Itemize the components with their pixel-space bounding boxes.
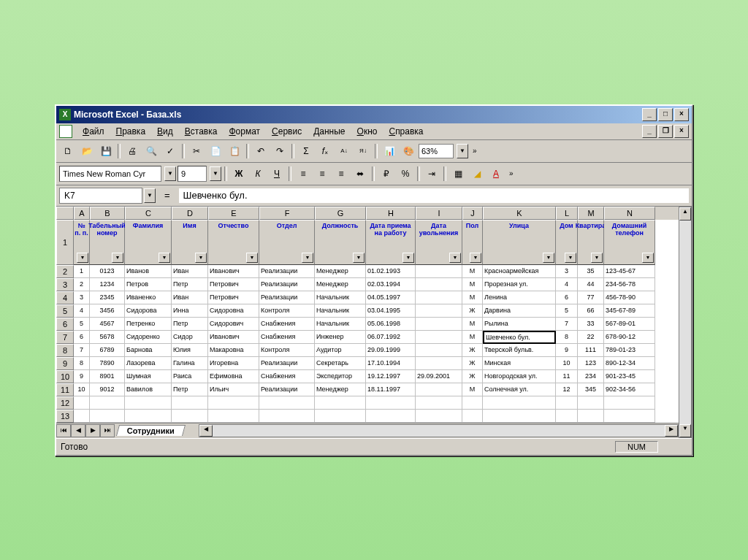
cell[interactable]: Дарвина bbox=[483, 304, 556, 318]
cell[interactable]: 11 bbox=[556, 370, 578, 383]
cell[interactable]: Барнова bbox=[125, 344, 172, 357]
cell[interactable] bbox=[90, 396, 125, 410]
cell[interactable] bbox=[74, 396, 90, 410]
cell[interactable]: 4 bbox=[74, 304, 90, 318]
sheet-tab-active[interactable]: Сотрудники bbox=[116, 425, 186, 436]
cell[interactable] bbox=[315, 410, 366, 423]
cell[interactable] bbox=[416, 410, 462, 423]
cell[interactable] bbox=[315, 396, 366, 410]
cell[interactable]: Петр bbox=[172, 278, 208, 291]
cell[interactable] bbox=[556, 396, 578, 410]
preview-button[interactable]: 🔍 bbox=[142, 142, 160, 160]
cell[interactable]: Реализации bbox=[259, 291, 315, 304]
cell[interactable]: Снабжения bbox=[259, 331, 315, 344]
cell[interactable]: 5 bbox=[74, 318, 90, 331]
vertical-scrollbar[interactable]: ▲ ▼ bbox=[679, 207, 692, 438]
cell[interactable]: 9 bbox=[74, 370, 90, 383]
cell[interactable]: Вавилов bbox=[125, 383, 172, 396]
drawing-button[interactable]: 🎨 bbox=[400, 142, 417, 160]
autosum-button[interactable]: Σ bbox=[297, 142, 315, 160]
cell[interactable]: 05.06.1998 bbox=[366, 318, 416, 331]
cell[interactable]: Ж bbox=[462, 344, 483, 357]
cell[interactable]: Начальник bbox=[315, 291, 366, 304]
cell[interactable]: 5678 bbox=[90, 331, 125, 344]
cell[interactable] bbox=[259, 410, 315, 423]
cell[interactable]: 04.05.1997 bbox=[366, 291, 416, 304]
cell[interactable]: Петр bbox=[172, 318, 208, 331]
field-header[interactable]: Пол▼ bbox=[462, 220, 483, 265]
row-header[interactable]: 10 bbox=[56, 370, 74, 383]
row-header[interactable]: 13 bbox=[56, 410, 74, 423]
cell[interactable]: Солнечная ул. bbox=[483, 383, 556, 396]
cell[interactable]: 6 bbox=[556, 291, 578, 304]
cell[interactable]: Прорезная ул. bbox=[483, 278, 556, 291]
cell[interactable]: Шумная bbox=[125, 370, 172, 383]
cell[interactable] bbox=[172, 410, 208, 423]
cell[interactable]: 44 bbox=[578, 278, 604, 291]
cell[interactable]: Сидор bbox=[172, 331, 208, 344]
mdi-minimize-button[interactable]: _ bbox=[642, 125, 657, 138]
row-header[interactable]: 9 bbox=[56, 357, 74, 370]
cell[interactable]: 6 bbox=[74, 331, 90, 344]
cell[interactable]: 902-34-56 bbox=[604, 383, 655, 396]
col-header-L[interactable]: L bbox=[556, 207, 578, 220]
field-header[interactable]: № п. п.▼ bbox=[74, 220, 90, 265]
cell[interactable]: Аудитор bbox=[315, 344, 366, 357]
cell[interactable]: Лазорева bbox=[125, 357, 172, 370]
scroll-up-icon[interactable]: ▲ bbox=[679, 207, 691, 220]
cell[interactable] bbox=[416, 278, 462, 291]
cell[interactable]: 12 bbox=[556, 383, 578, 396]
fill-color-button[interactable]: ◢ bbox=[468, 165, 486, 183]
cell[interactable]: 345-67-89 bbox=[604, 304, 655, 318]
cell[interactable]: 3 bbox=[556, 265, 578, 278]
cell[interactable]: 10 bbox=[74, 383, 90, 396]
cell[interactable]: Экспедитор bbox=[315, 370, 366, 383]
cell[interactable] bbox=[416, 383, 462, 396]
col-header-J[interactable]: J bbox=[462, 207, 483, 220]
cell[interactable]: 456-78-90 bbox=[604, 291, 655, 304]
save-button[interactable]: 💾 bbox=[97, 142, 115, 160]
col-header-B[interactable]: B bbox=[90, 207, 125, 220]
field-header[interactable]: Имя▼ bbox=[172, 220, 208, 265]
font-name-combo[interactable]: Times New Roman Cyr bbox=[59, 166, 161, 182]
cell[interactable]: Рылина bbox=[483, 318, 556, 331]
cell[interactable]: Инженер bbox=[315, 331, 366, 344]
cell[interactable]: Контроля bbox=[259, 304, 315, 318]
cell[interactable] bbox=[483, 410, 556, 423]
cell[interactable]: М bbox=[462, 383, 483, 396]
filter-arrow-icon[interactable]: ▼ bbox=[353, 253, 365, 263]
cell[interactable]: 66 bbox=[578, 304, 604, 318]
tab-nav-last[interactable]: ⏭ bbox=[100, 424, 115, 437]
cell[interactable]: 4567 bbox=[90, 318, 125, 331]
close-button[interactable]: × bbox=[674, 108, 689, 121]
cell[interactable]: 890-12-34 bbox=[604, 357, 655, 370]
toolbar-expand-icon[interactable]: » bbox=[473, 147, 477, 155]
col-header-C[interactable]: C bbox=[125, 207, 172, 220]
cell[interactable] bbox=[416, 318, 462, 331]
cell[interactable]: 123 bbox=[578, 357, 604, 370]
cell[interactable]: Начальник bbox=[315, 318, 366, 331]
col-header-H[interactable]: H bbox=[366, 207, 416, 220]
cell[interactable]: Снабжения bbox=[259, 318, 315, 331]
cell[interactable]: 29.09.1999 bbox=[366, 344, 416, 357]
cell[interactable]: 901-23-45 bbox=[604, 370, 655, 383]
cell[interactable] bbox=[416, 396, 462, 410]
cell[interactable]: 1 bbox=[74, 265, 90, 278]
cell[interactable]: 3456 bbox=[90, 304, 125, 318]
font-color-button[interactable]: A bbox=[487, 165, 505, 183]
cell[interactable]: 19.12.1997 bbox=[366, 370, 416, 383]
col-header-E[interactable]: E bbox=[208, 207, 259, 220]
cell[interactable]: Иванов bbox=[125, 265, 172, 278]
currency-button[interactable]: ₽ bbox=[378, 165, 395, 183]
cell[interactable]: Сидорова bbox=[125, 304, 172, 318]
underline-button[interactable]: Ч bbox=[268, 165, 286, 183]
cell[interactable]: 35 bbox=[578, 265, 604, 278]
cell[interactable]: 4 bbox=[556, 278, 578, 291]
cell[interactable]: 123-45-67 bbox=[604, 265, 655, 278]
cell[interactable]: Петр bbox=[172, 383, 208, 396]
cell[interactable]: Начальник bbox=[315, 304, 366, 318]
menu-окно[interactable]: Окно bbox=[351, 125, 383, 138]
menu-формат[interactable]: Формат bbox=[223, 125, 266, 138]
cell[interactable]: 9 bbox=[556, 344, 578, 357]
cell[interactable]: Иван bbox=[172, 291, 208, 304]
